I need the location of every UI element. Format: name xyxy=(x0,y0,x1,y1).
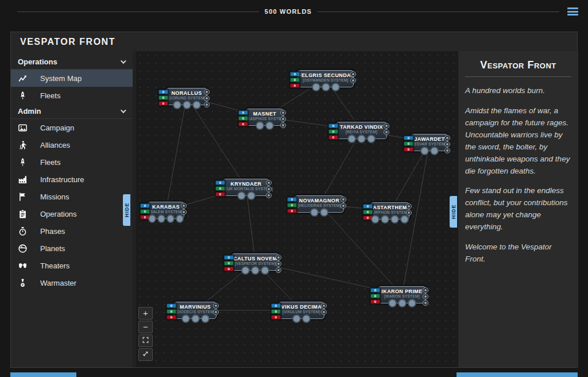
node-status-icon[interactable] xyxy=(204,89,210,95)
node-system-label: [GORUND SYSTEM] xyxy=(167,96,207,100)
system-node-astarthem[interactable]: 000ASTARTHEM[ORPHON SYSTEM] xyxy=(370,202,409,220)
node-status-icon[interactable] xyxy=(181,203,187,209)
planet-dot[interactable] xyxy=(367,134,376,143)
sidebar-item-campaign[interactable]: Campaign xyxy=(11,119,133,136)
node-status-icon[interactable] xyxy=(341,197,346,202)
node-status-icon[interactable] xyxy=(423,287,428,293)
planet-dot[interactable] xyxy=(167,214,175,223)
node-title: KARABAS xyxy=(148,204,184,210)
node-status-icon[interactable] xyxy=(406,203,412,209)
sidebar-item-system-map[interactable]: System Map xyxy=(11,70,133,87)
planet-dot[interactable] xyxy=(241,266,250,275)
planet-dot[interactable] xyxy=(201,314,210,323)
blue-count-badge: 0 xyxy=(215,180,225,185)
planet-dot[interactable] xyxy=(381,215,389,224)
planet-dot[interactable] xyxy=(265,121,274,130)
sidebar-item-operations[interactable]: Operations xyxy=(11,205,133,222)
planet-dot[interactable] xyxy=(312,83,320,91)
resize-button[interactable] xyxy=(138,348,153,361)
zoom-out-button[interactable]: − xyxy=(138,321,153,333)
planet-dot[interactable] xyxy=(183,101,191,109)
sidebar-item-label: Missions xyxy=(40,193,69,201)
planet-dot[interactable] xyxy=(371,215,380,224)
node-status-icon[interactable] xyxy=(266,180,272,186)
sidebar-section-operations[interactable]: Operations xyxy=(11,55,133,70)
node-status-icon[interactable] xyxy=(384,123,389,129)
green-count-badge: 0 xyxy=(158,95,168,100)
planet-dot[interactable] xyxy=(157,214,165,223)
planet-dot[interactable] xyxy=(390,215,399,224)
planet-dot[interactable] xyxy=(302,314,311,323)
system-node-ikaron[interactable]: 000IKARON PRIME[IKARON SYSTEM] xyxy=(378,286,426,303)
node-status-icon[interactable] xyxy=(321,303,327,309)
planet-dot[interactable] xyxy=(148,214,156,223)
app-title: 500 WORLDS xyxy=(265,8,312,15)
sidebar-item-warmaster[interactable]: Warmaster xyxy=(11,274,133,291)
system-node-norallus[interactable]: 000NORALLUS[GORUND SYSTEM] xyxy=(166,88,207,105)
menu-icon[interactable] xyxy=(567,6,580,17)
planet-dot[interactable] xyxy=(292,314,301,323)
planet-dot[interactable] xyxy=(331,83,340,91)
sidebar-item-phases[interactable]: Phases xyxy=(11,222,133,240)
sidebar-item-theaters[interactable]: Theaters xyxy=(11,257,133,274)
sidebar-item-label: Fleets xyxy=(40,91,60,100)
system-node-novamagnor[interactable]: 000NOVAMAGNOR[HELIODRAS SYSTEM] xyxy=(295,195,344,213)
system-node-karabas[interactable]: 000KARABAS[SALEM SYSTEM] xyxy=(148,202,184,219)
node-system-label: [ZUR MORTALIS SYSTEM] xyxy=(223,187,269,191)
planet-dot[interactable] xyxy=(251,266,260,275)
sidebar-item-missions[interactable]: Missions xyxy=(11,188,133,205)
planet-dot[interactable] xyxy=(322,83,330,91)
system-node-caltus[interactable]: 000CALTUS NOVEM[VESPATOR SYSTEM] xyxy=(231,253,279,271)
system-node-tarkad[interactable]: 000TARKAD VINDIX[REIYA SYSTEM] xyxy=(336,122,387,139)
planet-dot[interactable] xyxy=(176,214,184,223)
planet-dot[interactable] xyxy=(398,299,407,307)
sidebar-item-infrastructure[interactable]: Infrastructure xyxy=(11,171,133,188)
node-planets xyxy=(246,121,283,130)
node-status-icon[interactable] xyxy=(280,110,286,116)
sidebar-item-fleets[interactable]: Fleets xyxy=(11,153,133,171)
planet-dot[interactable] xyxy=(192,101,201,109)
zoom-in-button[interactable]: + xyxy=(138,307,153,320)
planet-dot[interactable] xyxy=(237,191,246,200)
system-node-kryndaer[interactable]: 000KRYNDAER[ZUR MORTALIS SYSTEM] xyxy=(223,179,269,196)
node-status-icon[interactable] xyxy=(276,255,281,260)
sidebar-section-admin[interactable]: Admin xyxy=(11,104,133,119)
planet-dot[interactable] xyxy=(347,134,356,143)
node-status-icon[interactable] xyxy=(350,71,356,77)
sidebar-hide-button[interactable]: HIDE xyxy=(123,194,130,226)
node-status-icon[interactable] xyxy=(444,135,450,141)
sidebar-item-planets[interactable]: Planets xyxy=(11,240,133,257)
node-system-label: [ORPHON SYSTEM] xyxy=(371,210,409,214)
sidebar-item-alliances[interactable]: Alliances xyxy=(11,136,133,153)
planet-dot[interactable] xyxy=(181,314,190,323)
node-planets xyxy=(223,191,269,200)
planet-dot[interactable] xyxy=(357,134,366,143)
system-node-jawardet[interactable]: 000JAWARDET[ESVAR SYSTEM] xyxy=(411,134,448,151)
planet-dot[interactable] xyxy=(430,147,439,155)
planet-dot[interactable] xyxy=(310,208,319,217)
planet-dot[interactable] xyxy=(388,299,397,307)
system-node-marvinius[interactable]: 000MARVINIUS[DIODECIS SYSTEM] xyxy=(174,302,216,319)
node-system-label: [DIODECIS SYSTEM] xyxy=(175,310,216,314)
planet-dot[interactable] xyxy=(261,266,269,275)
flag-icon xyxy=(18,192,28,202)
system-node-vikus[interactable]: 000VIKUS DECIMA[VIKULUM SYSTEM] xyxy=(278,302,324,319)
planet-dot[interactable] xyxy=(420,147,429,155)
planet-dot[interactable] xyxy=(320,208,328,217)
sidebar-item-fleets[interactable]: Fleets xyxy=(11,87,133,104)
fit-view-button[interactable] xyxy=(138,334,153,347)
node-planets xyxy=(295,208,343,217)
planet-dot[interactable] xyxy=(400,215,409,224)
planet-dot[interactable] xyxy=(191,314,200,323)
node-status-icons xyxy=(213,303,219,315)
planet-dot[interactable] xyxy=(173,101,181,109)
system-node-felgris[interactable]: 000FELGRIS SECUNDAS[OSYMANDEN SYSTEM] xyxy=(297,70,354,87)
node-status-icon[interactable] xyxy=(213,303,219,309)
system-map-canvas[interactable]: 000NORALLUS[GORUND SYSTEM]000FELGRIS SEC… xyxy=(136,51,458,367)
info-hide-button[interactable]: HIDE xyxy=(450,196,457,228)
planet-dot[interactable] xyxy=(247,191,256,200)
system-node-masnet[interactable]: 000MASNET[KASPHOS SYSTEM] xyxy=(246,109,284,126)
planet-dot[interactable] xyxy=(408,299,416,307)
node-planets xyxy=(148,214,184,223)
planet-dot[interactable] xyxy=(256,121,264,130)
